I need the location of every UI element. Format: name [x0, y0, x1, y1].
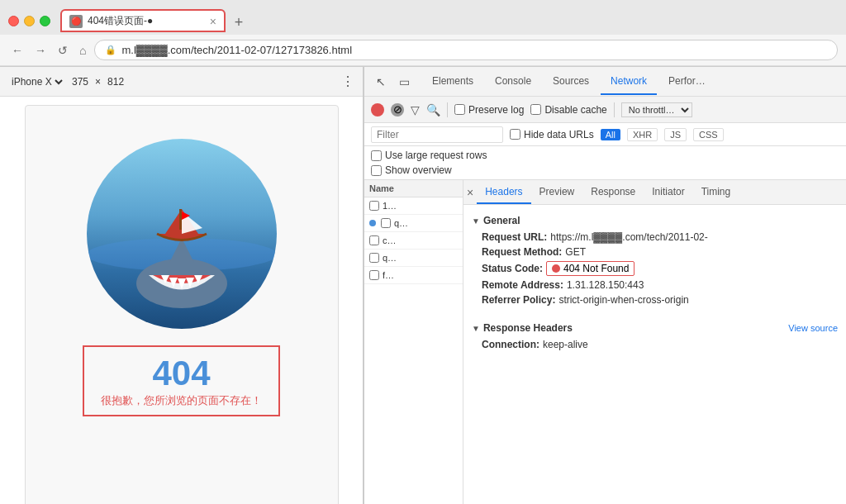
use-large-rows-input[interactable]	[371, 150, 382, 161]
close-traffic-light[interactable]	[8, 16, 19, 26]
request-method-row: Request Method: GET	[472, 245, 838, 259]
more-options-button[interactable]: ⋮	[341, 74, 354, 89]
detail-tab-headers[interactable]: Headers	[477, 181, 530, 204]
connection-value: keep-alive	[543, 339, 588, 350]
forward-button[interactable]: →	[31, 42, 50, 59]
dimension-x: ×	[95, 76, 101, 88]
detail-tab-preview[interactable]: Preview	[531, 181, 583, 204]
js-filter-button[interactable]: JS	[664, 128, 687, 141]
request-row-2[interactable]: q…	[364, 215, 463, 232]
request-checkbox-1[interactable]	[369, 201, 379, 211]
filter-bar: Hide data URLs All XHR JS CSS	[364, 123, 846, 146]
error-404-message: 很抱歉，您所浏览的页面不存在！	[101, 393, 262, 408]
request-checkbox-5[interactable]	[369, 270, 379, 280]
svg-rect-9	[179, 209, 182, 230]
referrer-policy-label: Referrer Policy:	[482, 294, 555, 306]
remote-address-label: Remote Address:	[482, 279, 563, 291]
url-text: m.l▓▓▓▓.com/tech/2011-02-07/127173826.ht…	[121, 44, 827, 56]
preserve-log-input[interactable]	[454, 104, 465, 115]
throttle-selector[interactable]: No throttl…	[621, 102, 692, 117]
devtools-panel: ↖ ▭ Elements Console Sources Network Per…	[364, 67, 846, 504]
remote-address-row: Remote Address: 1.31.128.150:443	[472, 278, 838, 292]
traffic-lights	[8, 16, 50, 26]
hide-data-urls-checkbox[interactable]: Hide data URLs	[510, 129, 594, 140]
device-selector[interactable]: iPhone X	[8, 75, 65, 88]
show-overview-checkbox[interactable]: Show overview	[371, 164, 452, 176]
request-name-4: q…	[383, 253, 458, 263]
network-content: Name 1… q… c… q…	[364, 180, 846, 504]
tab-close-button[interactable]: ×	[210, 15, 216, 28]
request-checkbox-2[interactable]	[381, 218, 391, 228]
detail-tab-bar: × Headers Preview Response Initiator Tim…	[463, 180, 846, 205]
response-headers-title: ▼ Response Headers View source	[472, 317, 838, 337]
request-row-4[interactable]: q…	[364, 250, 463, 267]
all-filter-button[interactable]: All	[601, 129, 620, 140]
detail-tab-timing[interactable]: Timing	[693, 181, 739, 204]
use-large-rows-checkbox[interactable]: Use large request rows	[371, 150, 487, 161]
tab-sources[interactable]: Sources	[543, 69, 599, 95]
request-checkbox-3[interactable]	[369, 235, 379, 245]
mobile-icon-button[interactable]: ▭	[394, 72, 414, 92]
tab-network[interactable]: Network	[601, 69, 657, 95]
tab-console[interactable]: Console	[485, 69, 541, 95]
response-triangle-icon: ▼	[472, 324, 480, 333]
search-icon-button[interactable]: 🔍	[426, 103, 440, 116]
status-code-label: Status Code:	[482, 263, 543, 274]
xhr-filter-button[interactable]: XHR	[627, 128, 658, 141]
detail-tab-response[interactable]: Response	[582, 181, 644, 204]
referrer-policy-value: strict-origin-when-cross-origin	[558, 294, 688, 306]
back-button[interactable]: ←	[8, 42, 26, 59]
request-row-5[interactable]: f…	[364, 267, 463, 284]
detail-tab-initiator[interactable]: Initiator	[644, 181, 692, 204]
cursor-icon-button[interactable]: ↖	[371, 72, 391, 92]
network-toolbar: ⊘ ▽ 🔍 Preserve log Disable cache No thro…	[364, 97, 846, 123]
viewport-width: 375	[72, 76, 88, 88]
css-filter-button[interactable]: CSS	[693, 128, 724, 141]
tab-favicon: 🔴	[69, 15, 83, 28]
view-source-button[interactable]: View source	[788, 323, 838, 333]
general-section: ▼ General Request URL: https://m.l▓▓▓▓.c…	[463, 205, 846, 312]
request-checkbox-4[interactable]	[369, 253, 379, 263]
viewport-height: 812	[107, 76, 124, 88]
general-section-title: ▼ General	[472, 210, 838, 230]
status-code-row: Status Code: 404 Not Found	[472, 259, 838, 278]
request-row-1[interactable]: 1…	[364, 197, 463, 215]
request-url-label: Request URL:	[482, 231, 547, 243]
request-row-3[interactable]: c…	[364, 232, 463, 250]
record-button[interactable]	[371, 103, 384, 116]
show-overview-input[interactable]	[371, 165, 382, 176]
separator-2	[614, 102, 615, 117]
detail-panel: × Headers Preview Response Initiator Tim…	[463, 180, 846, 504]
url-bar[interactable]: 🔒 m.l▓▓▓▓.com/tech/2011-02-07/127173826.…	[94, 40, 838, 60]
stop-button[interactable]: ⊘	[391, 103, 404, 116]
reload-button[interactable]: ↺	[55, 42, 71, 59]
filter-icon[interactable]: ▽	[411, 103, 420, 116]
tab-bar: 🔴 404错误页面-● × +	[60, 9, 838, 32]
active-tab[interactable]: 🔴 404错误页面-● ×	[60, 9, 226, 32]
maximize-traffic-light[interactable]	[40, 16, 50, 26]
page-view: iPhone X 375 × 812 ⋮	[0, 67, 364, 504]
devtools-tab-bar: ↖ ▭ Elements Console Sources Network Per…	[364, 67, 846, 97]
request-list: Name 1… q… c… q…	[364, 180, 463, 504]
disable-cache-input[interactable]	[530, 104, 541, 115]
large-rows-option: Use large request rows	[371, 150, 839, 161]
remote-address-value: 1.31.128.150:443	[567, 279, 644, 291]
request-method-label: Request Method:	[482, 246, 562, 258]
tab-performance[interactable]: Perfor…	[658, 69, 715, 95]
page-content: 404 很抱歉，您所浏览的页面不存在！	[26, 106, 338, 433]
detail-close-button[interactable]: ×	[467, 186, 473, 199]
filter-input[interactable]	[371, 126, 503, 143]
triangle-icon: ▼	[472, 216, 480, 226]
connection-label: Connection:	[482, 339, 539, 350]
tab-elements[interactable]: Elements	[422, 69, 483, 95]
response-headers-section: ▼ Response Headers View source Connectio…	[463, 312, 846, 357]
options-bar: Use large request rows Show overview	[364, 146, 846, 180]
preserve-log-checkbox[interactable]: Preserve log	[454, 104, 524, 116]
disable-cache-checkbox[interactable]: Disable cache	[530, 104, 606, 116]
hide-data-urls-input[interactable]	[510, 129, 520, 140]
error-404-box: 404 很抱歉，您所浏览的页面不存在！	[83, 345, 280, 416]
minimize-traffic-light[interactable]	[24, 16, 35, 26]
new-tab-button[interactable]: +	[229, 12, 249, 32]
separator-1	[447, 102, 448, 117]
home-button[interactable]: ⌂	[76, 42, 89, 59]
